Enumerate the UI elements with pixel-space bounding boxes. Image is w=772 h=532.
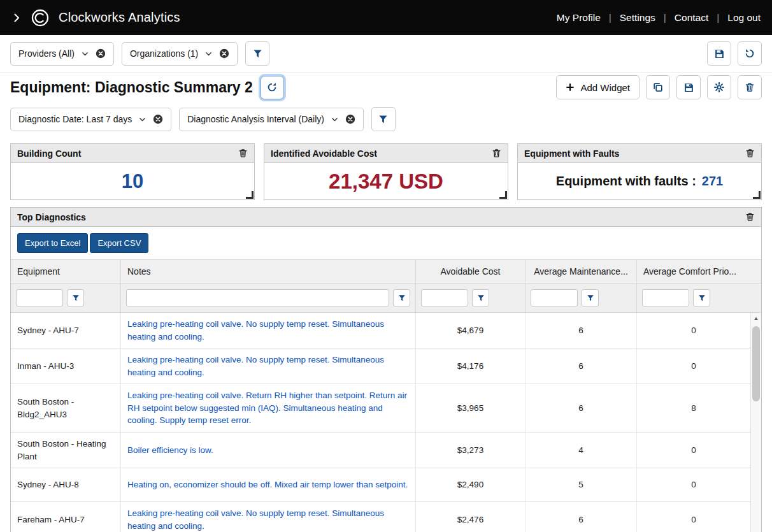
building-count-widget: Building Count 10 bbox=[10, 143, 255, 200]
clear-providers-filter-icon[interactable] bbox=[96, 48, 106, 59]
refresh-dashboard-button[interactable] bbox=[261, 76, 284, 99]
notes-filter-input[interactable] bbox=[126, 289, 389, 306]
column-header-avg-maintenance[interactable]: Average Maintenance... bbox=[525, 260, 637, 283]
widget-body: Equipment with faults : 271 bbox=[518, 163, 761, 199]
avoidable-cost-cell: $2,476 bbox=[416, 502, 525, 532]
providers-chip-label: Providers (All) bbox=[18, 48, 75, 59]
nav-separator: | bbox=[717, 12, 719, 24]
add-widget-button[interactable]: Add Widget bbox=[556, 75, 640, 99]
delete-widget-icon[interactable] bbox=[745, 212, 755, 222]
widget-row: Building Count 10 Identified Avoidable C… bbox=[10, 143, 762, 200]
expand-sidebar-icon[interactable] bbox=[11, 13, 22, 23]
widget-header: Equipment with Faults bbox=[518, 144, 761, 163]
equipment-filter-button[interactable] bbox=[67, 289, 84, 306]
reset-filters-button[interactable] bbox=[738, 41, 762, 66]
nav-link-my-profile[interactable]: My Profile bbox=[557, 12, 601, 24]
widget-body: 21,347 USD bbox=[264, 163, 508, 199]
delete-dashboard-button[interactable] bbox=[738, 75, 762, 99]
copy-icon bbox=[653, 82, 663, 92]
panel-title: Top Diagnostics bbox=[17, 212, 86, 222]
maintenance-filter-cell bbox=[525, 284, 637, 312]
filter-icon bbox=[398, 294, 406, 302]
column-header-avoidable-cost[interactable]: Avoidable Cost bbox=[416, 260, 525, 283]
clear-date-filter-icon[interactable] bbox=[153, 114, 163, 124]
export-csv-button[interactable]: Export CSV bbox=[90, 233, 148, 253]
scrollbar-thumb[interactable] bbox=[752, 326, 760, 401]
column-header-equipment[interactable]: Equipment bbox=[11, 260, 121, 283]
notes-cell[interactable]: Leaking pre-heating coil valve. No suppl… bbox=[121, 313, 416, 348]
cost-filter-button[interactable] bbox=[472, 289, 489, 306]
top-navbar: Clockworks Analytics My Profile | Settin… bbox=[0, 0, 772, 35]
clear-interval-filter-icon[interactable] bbox=[345, 114, 355, 124]
filter-icon bbox=[72, 294, 80, 302]
equipment-cell: Sydney - AHU-7 bbox=[11, 313, 121, 348]
dashboard-settings-button[interactable] bbox=[707, 75, 731, 99]
global-filter-button[interactable] bbox=[245, 41, 269, 66]
widget-body: 10 bbox=[11, 163, 254, 199]
refresh-icon bbox=[267, 82, 277, 92]
widget-title: Building Count bbox=[17, 148, 81, 159]
table-scrollbar[interactable] bbox=[750, 313, 761, 532]
avg-maintenance-cell: 6 bbox=[525, 384, 637, 432]
maintenance-filter-input[interactable] bbox=[531, 289, 578, 306]
diagnostic-date-filter-chip[interactable]: Diagnostic Date: Last 7 days bbox=[10, 108, 171, 131]
clear-organizations-filter-icon[interactable] bbox=[219, 48, 229, 59]
notes-cell[interactable]: Leaking pre-heating coil valve. No suppl… bbox=[121, 349, 416, 384]
top-diagnostics-panel: Top Diagnostics Export to Excel Export C… bbox=[10, 207, 762, 532]
nav-link-settings[interactable]: Settings bbox=[620, 12, 655, 24]
avoidable-cost-widget: Identified Avoidable Cost 21,347 USD bbox=[264, 143, 508, 200]
chevron-down-icon[interactable] bbox=[331, 115, 339, 124]
export-to-excel-button[interactable]: Export to Excel bbox=[17, 233, 88, 253]
equipment-filter-input[interactable] bbox=[16, 289, 63, 306]
avoidable-cost-cell: $4,679 bbox=[416, 313, 525, 348]
save-filters-button[interactable] bbox=[707, 41, 731, 66]
comfort-filter-input[interactable] bbox=[642, 289, 689, 306]
table-header-row: Equipment Notes Avoidable Cost Average M… bbox=[11, 259, 761, 284]
save-dashboard-button[interactable] bbox=[676, 75, 701, 99]
save-icon bbox=[683, 82, 694, 93]
avg-maintenance-cell: 5 bbox=[525, 468, 637, 501]
undo-icon bbox=[745, 48, 755, 59]
notes-cell[interactable]: Leaking pre-heating coil valve. Return R… bbox=[121, 384, 416, 432]
equipment-filter-cell bbox=[11, 284, 121, 312]
equipment-faults-widget: Equipment with Faults Equipment with fau… bbox=[517, 143, 762, 200]
chevron-down-icon[interactable] bbox=[81, 50, 89, 58]
delete-widget-icon[interactable] bbox=[238, 148, 248, 158]
notes-cell[interactable]: Boiler efficiency is low. bbox=[121, 433, 416, 468]
chevron-down-icon[interactable] bbox=[138, 115, 147, 124]
organizations-chip-label: Organizations (1) bbox=[130, 48, 198, 59]
building-count-value: 10 bbox=[122, 170, 143, 193]
table-row: Sydney - AHU-7 Leaking pre-heating coil … bbox=[11, 313, 750, 349]
notes-filter-button[interactable] bbox=[393, 289, 410, 306]
notes-cell[interactable]: Heating on, economizer should be off. Mi… bbox=[121, 468, 416, 501]
page-title: Equipment: Diagnostic Summary 2 bbox=[10, 79, 253, 96]
chevron-down-icon[interactable] bbox=[204, 50, 213, 58]
organizations-filter-chip[interactable]: Organizations (1) bbox=[122, 42, 238, 66]
providers-filter-chip[interactable]: Providers (All) bbox=[10, 42, 114, 66]
table-row: Sydney - AHU-8 Heating on, economizer sh… bbox=[11, 468, 750, 502]
delete-widget-icon[interactable] bbox=[492, 148, 501, 158]
filter-icon bbox=[477, 294, 485, 302]
delete-widget-icon[interactable] bbox=[745, 148, 755, 158]
copy-dashboard-button[interactable] bbox=[646, 75, 670, 99]
cost-filter-input[interactable] bbox=[421, 289, 468, 306]
widget-header: Identified Avoidable Cost bbox=[264, 144, 508, 163]
table-row: South Boston - Bldg2_AHU3 Leaking pre-he… bbox=[11, 384, 750, 433]
maintenance-filter-button[interactable] bbox=[582, 289, 599, 306]
column-header-avg-comfort[interactable]: Average Comfort Prio... bbox=[637, 260, 761, 283]
global-filter-bar: Providers (All) Organizations (1) bbox=[0, 35, 772, 73]
cost-filter-cell bbox=[416, 284, 525, 312]
app-title: Clockworks Analytics bbox=[59, 10, 180, 25]
notes-cell[interactable]: Leaking pre-heating coil valve. No suppl… bbox=[121, 502, 416, 532]
equipment-cell: South Boston - Bldg2_AHU3 bbox=[11, 384, 121, 432]
nav-link-log-out[interactable]: Log out bbox=[727, 12, 761, 24]
scrollbar-up-icon[interactable] bbox=[751, 313, 761, 324]
dashboard-filter-button[interactable] bbox=[371, 107, 396, 131]
column-header-notes[interactable]: Notes bbox=[121, 260, 416, 283]
navbar-links: My Profile | Settings | Contact | Log ou… bbox=[557, 12, 761, 24]
clockworks-logo-icon bbox=[31, 9, 49, 27]
comfort-filter-button[interactable] bbox=[693, 289, 710, 306]
table-row: Inman - AHU-3 Leaking pre-heating coil v… bbox=[11, 349, 750, 384]
analysis-interval-filter-chip[interactable]: Diagnostic Analysis Interval (Daily) bbox=[179, 108, 364, 131]
nav-link-contact[interactable]: Contact bbox=[675, 12, 708, 24]
